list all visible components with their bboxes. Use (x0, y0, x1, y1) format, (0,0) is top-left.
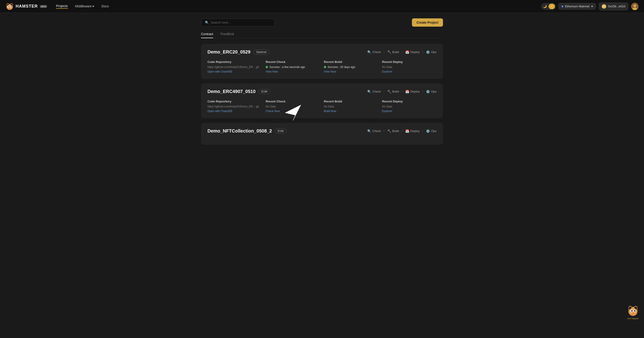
action-deploy-1[interactable]: 📅 Deploy (405, 50, 420, 54)
code-repo-url-2: https://github.com/lindaZX/Demo_ER... gi… (208, 105, 262, 108)
svg-point-26 (632, 313, 634, 314)
action-deploy-3[interactable]: 📅 Deploy (405, 129, 420, 133)
logo[interactable]: HAMSTER alpha (6, 2, 47, 10)
deploy-icon-2: 📅 (405, 90, 409, 93)
action-build-3[interactable]: 🔨 Build (387, 129, 399, 133)
recent-check-label-2: Recent Check (266, 100, 320, 103)
check-now-link-2[interactable]: Check Now (266, 110, 280, 113)
tabs: Contract FrontEnd (201, 32, 443, 38)
open-chainide-link-2[interactable]: Open with ChainIDE (208, 110, 232, 113)
build-status-row-1: Success | 25 days ago (324, 65, 378, 69)
action-deploy-2[interactable]: 📅 Deploy (405, 90, 420, 93)
nav-projects[interactable]: Projects (56, 4, 68, 9)
build-icon-1: 🔨 (387, 50, 391, 54)
divider-1c: / (422, 50, 424, 54)
logo-text: HAMSTER (16, 4, 38, 9)
svg-point-25 (634, 310, 635, 312)
chain-badge-3: EVM (274, 129, 286, 134)
search-create-bar: 🔍 Create Project (201, 18, 443, 27)
svg-point-8 (8, 6, 9, 7)
project-card-2: Demo_ERC4907_0510 EVM 🔍 Check / 🔨 Build … (201, 83, 443, 118)
nav-docs[interactable]: Docs (102, 4, 109, 8)
card-actions-1: 🔍 Check / 🔨 Build / 📅 Deploy / ⚙️ Ops (367, 50, 436, 54)
detail-recent-build-1: Recent Build Success | 25 days ago View … (324, 60, 378, 73)
card-details-1: Code Repository https://github.com/linda… (208, 60, 436, 73)
card-title-section-2: Demo_ERC4907_0510 EVM (208, 89, 270, 94)
check-icon-1: 🔍 (367, 50, 371, 54)
create-project-button[interactable]: Create Project (412, 18, 443, 27)
build-icon-3: 🔨 (387, 129, 391, 133)
check-icon-3: 🔍 (367, 129, 371, 133)
network-chevron-icon: ▾ (591, 4, 593, 8)
action-check-3[interactable]: 🔍 Check (367, 129, 381, 133)
check-icon-2: 🔍 (367, 90, 371, 93)
action-check-2[interactable]: 🔍 Check (367, 90, 381, 93)
nav-middleware[interactable]: Middleware ▾ (75, 4, 94, 8)
wallet-label: 0x156...e010 (608, 4, 625, 8)
code-repo-label-1: Code Repository (208, 60, 262, 64)
recent-build-label-1: Recent Build (324, 60, 378, 64)
recent-deploy-label-2: Recent Deploy (382, 100, 436, 103)
detail-code-repo-2: Code Repository https://github.com/linda… (208, 100, 262, 113)
view-now-build-link-1[interactable]: View Now (324, 70, 336, 73)
detail-code-repo-1: Code Repository https://github.com/linda… (208, 60, 262, 73)
detail-recent-check-1: Recent Check Success | a few seconds ago… (266, 60, 320, 73)
code-repo-url-1: https://github.com/lindaZX/Demo_ER... gi… (208, 65, 262, 69)
recent-check-label-1: Recent Check (266, 60, 320, 64)
card-header-2: Demo_ERC4907_0510 EVM 🔍 Check / 🔨 Build … (208, 89, 436, 94)
nav-links: Projects Middleware ▾ Docs (56, 4, 541, 9)
action-check-1[interactable]: 🔍 Check (367, 50, 381, 54)
action-ops-2[interactable]: ⚙️ Ops (426, 90, 436, 93)
wallet-icon (602, 4, 606, 9)
deploy-icon-1: 📅 (405, 50, 409, 54)
project-card-3: Demo_NFTCollection_0508_2 EVM 🔍 Check / … (201, 123, 443, 145)
detail-recent-check-2: Recent Check No Data Check Now (266, 100, 320, 113)
success-dot-1 (266, 66, 268, 68)
theme-sun-button[interactable]: ☀️ (548, 4, 555, 9)
action-ops-1[interactable]: ⚙️ Ops (426, 50, 436, 54)
check-status-text-1: Success | a few seconds ago (269, 65, 305, 69)
action-build-1[interactable]: 🔨 Build (387, 50, 399, 54)
divider-2c: / (422, 90, 424, 93)
view-now-check-link-1[interactable]: View Now (266, 70, 278, 73)
explorer-link-1[interactable]: Explorer (382, 70, 392, 73)
detail-recent-deploy-1: Recent Deploy No Data Explorer (382, 60, 436, 73)
card-header-1: Demo_ERC20_0529 Starknet 🔍 Check / 🔨 Bui… (208, 49, 436, 55)
svg-point-24 (631, 310, 632, 312)
navbar-right: 🌙 ☀️ Ethereum Mainnet ▾ 0x156...e010 (541, 2, 638, 10)
deploy-no-data-1: No Data (382, 65, 436, 69)
network-selector[interactable]: Ethereum Mainnet ▾ (558, 3, 596, 10)
deploy-no-data-2: No Data (382, 105, 436, 108)
alpha-badge: alpha (40, 5, 47, 8)
search-input[interactable] (211, 21, 271, 24)
divider-2a: / (384, 90, 384, 93)
tab-contract[interactable]: Contract (201, 32, 213, 38)
action-build-2[interactable]: 🔨 Build (387, 90, 399, 93)
support-widget[interactable]: Get Support (626, 304, 640, 320)
support-owl-icon (626, 304, 640, 317)
user-avatar[interactable] (631, 3, 638, 10)
success-dot-build-1 (324, 66, 326, 68)
open-chainide-link-1[interactable]: Open with ChainIDE (208, 70, 232, 73)
support-label: Get Support (628, 317, 639, 320)
action-ops-3[interactable]: ⚙️ Ops (426, 129, 436, 133)
main-content: 🔍 Create Project Contract FrontEnd Demo_… (196, 13, 448, 155)
build-status-text-1: Success | 25 days ago (328, 65, 355, 69)
card-actions-3: 🔍 Check / 🔨 Build / 📅 Deploy / ⚙️ Ops (367, 129, 436, 133)
deploy-icon-3: 📅 (405, 129, 409, 133)
network-label: Ethereum Mainnet (565, 4, 590, 8)
divider-1b: / (402, 50, 402, 54)
explorer-link-2[interactable]: Explorer (382, 110, 392, 113)
card-details-2: Code Repository https://github.com/linda… (208, 100, 436, 113)
theme-moon-button[interactable]: 🌙 (542, 4, 548, 9)
svg-point-13 (634, 4, 636, 7)
wallet-address[interactable]: 0x156...e010 (599, 2, 628, 10)
search-bar: 🔍 (201, 19, 274, 26)
ops-icon-2: ⚙️ (426, 90, 430, 93)
project-title-3: Demo_NFTCollection_0508_2 (208, 128, 272, 134)
chevron-down-icon: ▾ (92, 4, 94, 8)
tab-frontend[interactable]: FrontEnd (220, 32, 234, 38)
build-now-link-2[interactable]: Build Now (324, 110, 336, 113)
ops-icon-1: ⚙️ (426, 50, 430, 54)
card-header-3: Demo_NFTCollection_0508_2 EVM 🔍 Check / … (208, 128, 436, 134)
